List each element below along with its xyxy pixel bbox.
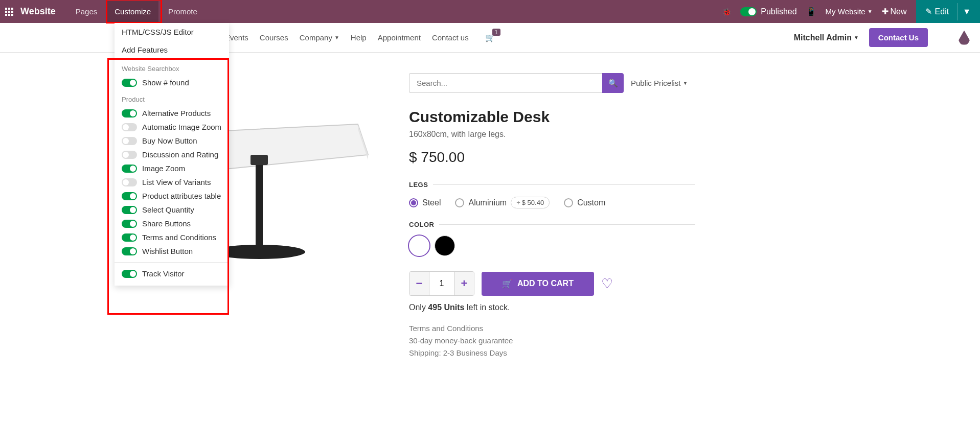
- new-button[interactable]: ✚New: [882, 7, 907, 16]
- stock-text: Only 495 Units left in stock.: [409, 303, 695, 312]
- toggle-attr-table[interactable]: [122, 192, 137, 200]
- toggle-image-zoom[interactable]: [122, 165, 137, 173]
- legs-label: LEGS: [409, 181, 695, 189]
- add-to-cart-button[interactable]: 🛒ADD TO CART: [482, 272, 594, 296]
- toggle-alt-products[interactable]: [122, 109, 137, 118]
- toggle-track-visitor[interactable]: [122, 270, 137, 278]
- menu-promote[interactable]: Promote: [161, 1, 205, 22]
- toggle-show-found[interactable]: [122, 79, 137, 87]
- terms-line-1: Terms and Conditions: [409, 322, 695, 335]
- top-bar: Website Pages Customize Promote 🐞 Publis…: [0, 0, 980, 23]
- edit-button[interactable]: ✎Edit: [920, 7, 954, 16]
- pricelist-dropdown[interactable]: Public Pricelist▼: [631, 79, 688, 87]
- cart-icon: 🛒: [502, 279, 512, 289]
- menu-pages[interactable]: Pages: [68, 1, 105, 22]
- color-black[interactable]: [435, 236, 455, 256]
- toggle-select-qty[interactable]: [122, 206, 137, 214]
- publish-label: Published: [761, 7, 796, 16]
- product-title: Customizable Desk: [409, 108, 695, 126]
- menu-customize[interactable]: Customize: [107, 1, 158, 22]
- nav-appointment[interactable]: Appointment: [378, 33, 421, 42]
- nav-contact[interactable]: Contact us: [432, 33, 469, 42]
- product-price: $ 750.00: [409, 149, 695, 166]
- terms-block: Terms and Conditions 30-day money-back g…: [409, 322, 695, 359]
- dropdown-section-product: Product: [115, 89, 229, 106]
- terms-line-3: Shipping: 2-3 Business Days: [409, 347, 695, 359]
- brand-title[interactable]: Website: [20, 6, 56, 17]
- qty-plus-button[interactable]: +: [454, 272, 474, 295]
- toggle-share[interactable]: [122, 220, 137, 228]
- publish-toggle[interactable]: [740, 7, 757, 16]
- search-button[interactable]: 🔍: [602, 73, 624, 93]
- plus-icon: ✚: [882, 7, 888, 16]
- qty-input[interactable]: [429, 272, 454, 295]
- toggle-list-variants[interactable]: [122, 178, 137, 186]
- drop-icon: [959, 31, 970, 45]
- pencil-icon: ✎: [925, 7, 932, 16]
- color-label: COLOR: [409, 221, 695, 228]
- dropdown-section-search: Website Searchbox: [115, 59, 229, 76]
- search-icon: 🔍: [608, 79, 618, 87]
- search-input[interactable]: [409, 73, 602, 93]
- my-website-dropdown[interactable]: My Website▼: [826, 7, 873, 16]
- toggle-terms[interactable]: [122, 233, 137, 242]
- toggle-discussion[interactable]: [122, 151, 137, 159]
- dropdown-html-editor[interactable]: HTML/CSS/JS Editor: [115, 23, 229, 41]
- mobile-icon[interactable]: 📱: [806, 7, 816, 16]
- nav-company[interactable]: Company▼: [300, 33, 339, 42]
- radio-custom[interactable]: Custom: [564, 198, 605, 207]
- product-subtitle: 160x80cm, with large legs.: [409, 130, 695, 139]
- radio-steel[interactable]: Steel: [409, 198, 441, 207]
- dropdown-divider: [115, 262, 229, 263]
- cart-icon[interactable]: 🛒1: [485, 33, 495, 42]
- radio-aluminium[interactable]: Aluminium+$ 50.40: [455, 197, 550, 208]
- bug-icon[interactable]: 🐞: [722, 8, 731, 16]
- nav-help[interactable]: Help: [351, 33, 367, 42]
- edit-dropdown-caret[interactable]: ▼: [957, 3, 976, 20]
- color-white[interactable]: [409, 236, 429, 256]
- customize-dropdown: HTML/CSS/JS Editor Add Features Website …: [115, 23, 229, 286]
- cart-badge: 1: [492, 29, 500, 36]
- user-menu[interactable]: Mitchell Admin▼: [794, 33, 859, 42]
- apps-icon[interactable]: [5, 8, 13, 16]
- toggle-auto-zoom[interactable]: [122, 123, 137, 131]
- svg-rect-5: [250, 155, 268, 165]
- terms-line-2: 30-day money-back guarantee: [409, 335, 695, 347]
- svg-rect-3: [256, 160, 263, 247]
- qty-minus-button[interactable]: −: [409, 272, 429, 295]
- contact-us-button[interactable]: Contact Us: [869, 28, 928, 47]
- toggle-buy-now[interactable]: [122, 137, 137, 145]
- dropdown-add-features[interactable]: Add Features: [115, 41, 229, 59]
- nav-courses[interactable]: Courses: [260, 33, 288, 42]
- quantity-stepper: − +: [409, 271, 474, 296]
- wishlist-heart-icon[interactable]: ♡: [601, 276, 613, 292]
- aluminium-extra-price: +$ 50.40: [511, 197, 550, 208]
- toggle-wishlist[interactable]: [122, 247, 137, 255]
